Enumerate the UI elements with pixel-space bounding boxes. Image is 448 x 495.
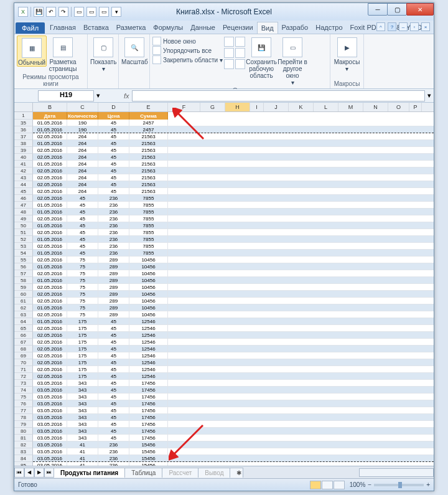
data-cell[interactable]: 12546: [129, 332, 168, 338]
row-header[interactable]: 43: [14, 174, 33, 181]
data-cell[interactable]: 21563: [129, 174, 168, 181]
data-cell[interactable]: 10456: [129, 284, 168, 290]
maximize-button[interactable]: ▢: [387, 3, 407, 16]
data-cell[interactable]: 175: [67, 332, 98, 338]
fx-icon[interactable]: fx: [124, 92, 129, 100]
data-cell[interactable]: 45: [98, 140, 129, 146]
data-cell[interactable]: 10456: [129, 304, 168, 311]
new-sheet-button[interactable]: ✱: [230, 468, 243, 478]
data-cell[interactable]: 7855: [129, 243, 168, 249]
data-cell[interactable]: 17456: [129, 407, 168, 413]
row-header[interactable]: 46: [14, 195, 33, 202]
ribbon-tab[interactable]: Разметка: [113, 22, 150, 34]
data-cell[interactable]: 45: [98, 359, 129, 365]
row-header[interactable]: 47: [14, 202, 33, 209]
ribbon-tab[interactable]: Формулы: [149, 22, 187, 34]
column-header[interactable]: F: [168, 103, 200, 111]
data-cell[interactable]: 236: [98, 455, 129, 461]
row-header[interactable]: 62: [14, 304, 33, 311]
data-cell[interactable]: 289: [98, 277, 129, 283]
data-cell[interactable]: 10456: [129, 270, 168, 276]
data-cell[interactable]: 02.05.2016: [33, 325, 67, 331]
data-cell[interactable]: 02.05.2016: [33, 339, 67, 345]
row-header[interactable]: 60: [14, 291, 33, 298]
data-cell[interactable]: 01.05.2016: [33, 140, 67, 146]
zoom-control[interactable]: 100% −+: [350, 481, 430, 488]
row-header[interactable]: 56: [14, 263, 33, 270]
row-header[interactable]: 69: [14, 352, 33, 359]
data-cell[interactable]: 02.05.2016: [33, 346, 67, 352]
data-cell[interactable]: 02.05.2016: [33, 270, 67, 276]
data-cell[interactable]: 343: [67, 380, 98, 386]
data-cell[interactable]: 289: [98, 298, 129, 304]
data-cell[interactable]: 75: [67, 311, 98, 318]
row-header[interactable]: 57: [14, 270, 33, 277]
data-cell[interactable]: 45: [98, 421, 129, 427]
data-cell[interactable]: 45: [98, 318, 129, 324]
data-cell[interactable]: 15456: [129, 462, 168, 466]
normal-view-button[interactable]: [310, 481, 321, 489]
view-layout-button[interactable]: ▤ Разметка страницы: [48, 35, 78, 72]
qat-dropdown-icon[interactable]: ▾: [111, 7, 121, 17]
data-cell[interactable]: 17456: [129, 387, 168, 393]
data-cell[interactable]: 12546: [129, 373, 168, 379]
row-header[interactable]: 42: [14, 167, 33, 174]
column-header[interactable]: E: [129, 103, 168, 111]
name-box[interactable]: H19: [38, 90, 94, 101]
data-cell[interactable]: 343: [67, 414, 98, 420]
row-header[interactable]: 75: [14, 394, 33, 400]
sync-icon[interactable]: [235, 37, 245, 47]
row-header[interactable]: 53: [14, 243, 33, 250]
data-cell[interactable]: 45: [98, 126, 129, 133]
ribbon-tab[interactable]: Главная: [46, 22, 80, 34]
row-header[interactable]: 36: [14, 126, 33, 133]
data-cell[interactable]: 21563: [129, 167, 168, 174]
row-header[interactable]: 82: [14, 441, 33, 448]
sheet-prev-button[interactable]: ◀: [24, 468, 34, 478]
data-cell[interactable]: 236: [98, 250, 129, 256]
data-cell[interactable]: 02.05.2016: [33, 167, 67, 174]
data-cell[interactable]: 21563: [129, 140, 168, 146]
unhide-icon[interactable]: [224, 59, 234, 69]
data-cell[interactable]: 03.05.2016: [33, 394, 67, 400]
row-header[interactable]: 79: [14, 421, 33, 428]
data-cell[interactable]: 175: [67, 325, 98, 331]
data-cell[interactable]: 03.05.2016: [33, 414, 67, 420]
data-cell[interactable]: 190: [67, 120, 98, 126]
data-cell[interactable]: 45: [98, 428, 129, 434]
data-cell[interactable]: 236: [98, 448, 129, 455]
data-cell[interactable]: 02.05.2016: [33, 133, 67, 139]
data-cell[interactable]: 02.05.2016: [33, 154, 67, 160]
data-cell[interactable]: 17456: [129, 400, 168, 407]
formula-bar[interactable]: [132, 90, 425, 101]
row-header[interactable]: 45: [14, 188, 33, 195]
data-cell[interactable]: 12546: [129, 346, 168, 352]
data-cell[interactable]: 10456: [129, 291, 168, 297]
data-cell[interactable]: 45: [98, 339, 129, 345]
data-cell[interactable]: 03.05.2016: [33, 387, 67, 393]
data-cell[interactable]: 7855: [129, 202, 168, 208]
data-cell[interactable]: 01.05.2016: [33, 250, 67, 256]
row-header[interactable]: 52: [14, 236, 33, 243]
row-header[interactable]: 1: [14, 112, 33, 120]
data-cell[interactable]: 289: [98, 284, 129, 290]
row-header[interactable]: 70: [14, 359, 33, 366]
row-header[interactable]: 85: [14, 462, 33, 466]
ribbon-tab[interactable]: Вставка: [80, 22, 113, 34]
data-cell[interactable]: 03.05.2016: [33, 435, 67, 441]
data-cell[interactable]: 75: [67, 263, 98, 270]
row-header[interactable]: 74: [14, 387, 33, 394]
data-cell[interactable]: 41: [67, 455, 98, 461]
data-cell[interactable]: 7855: [129, 229, 168, 235]
data-cell[interactable]: 03.05.2016: [33, 441, 67, 448]
row-header[interactable]: 83: [14, 448, 33, 455]
expand-fxbar-icon[interactable]: ▾: [427, 92, 431, 100]
data-cell[interactable]: 236: [98, 229, 129, 235]
data-cell[interactable]: 289: [98, 257, 129, 263]
ribbon-tab[interactable]: Разрабо: [278, 22, 312, 34]
help-icon[interactable]: ?: [388, 22, 396, 31]
arrange-all-button[interactable]: Упорядочить все: [152, 46, 223, 55]
data-cell[interactable]: 236: [98, 209, 129, 215]
column-header[interactable]: O: [388, 103, 409, 111]
data-cell[interactable]: 02.05.2016: [33, 195, 67, 201]
